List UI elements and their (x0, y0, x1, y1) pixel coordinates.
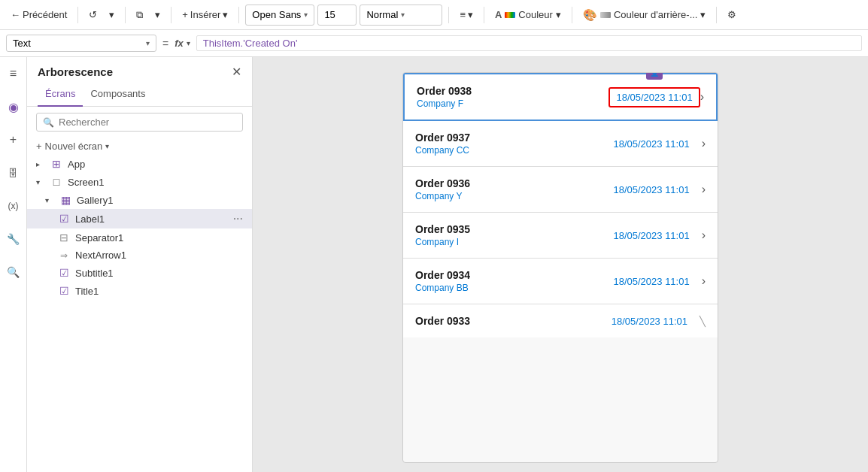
search-button[interactable]: 🔍 (3, 262, 24, 283)
undo-button[interactable]: ↺ (84, 6, 102, 23)
tab-composants[interactable]: Composants (83, 83, 153, 107)
tree-item-label: App (68, 159, 243, 170)
tree-item-title1[interactable]: ☑ Title1 (27, 282, 252, 300)
font-family-dropdown[interactable]: Open Sans ▾ (245, 5, 314, 26)
tree-item-label: Screen1 (68, 177, 243, 188)
lines-button[interactable]: ≡ ▾ (455, 6, 478, 23)
tree-item-label: Title1 (75, 286, 243, 297)
lines-icon: ≡ (460, 9, 466, 20)
text-style-chevron: ▾ (401, 11, 405, 19)
text-style-dropdown[interactable]: Normal ▾ (360, 5, 442, 26)
formula-fx-area[interactable]: fx ▾ (175, 38, 190, 49)
copy-button[interactable]: ⧉ (132, 6, 147, 24)
control-label: Text (13, 38, 31, 49)
color-swatch (505, 12, 515, 18)
gallery-item-5[interactable]: Order 0933 18/05/2023 11:01 ╲ (403, 304, 718, 337)
undo-dropdown[interactable]: ▾ (105, 6, 119, 23)
gallery-item-title-1: Order 0937 (415, 132, 613, 144)
insert-label: Insérer (190, 9, 220, 20)
bg-color-label: Couleur d'arrière-... (614, 9, 698, 20)
insert-button[interactable]: + Insérer ▾ (178, 6, 232, 23)
label-handle-icon: 👤 (646, 72, 663, 80)
formula-chevron: ▾ (187, 39, 190, 47)
tree-items: ▸ ⊞ App ▾ □ Screen1 ▾ ▦ Gallery1 ☑ Label… (27, 155, 252, 472)
tree-item-subtitle1[interactable]: ☑ Subtitle1 (27, 264, 252, 282)
collapse-icon: ▸ (36, 160, 45, 168)
gallery-item-date-1: 18/05/2023 11:01 (613, 138, 689, 150)
tools-button[interactable]: 🔧 (3, 228, 24, 250)
gallery-item-subtitle-0: Company F (417, 98, 609, 109)
collapse-icon3: ▾ (45, 196, 54, 204)
gallery-arrow-5: ╲ (700, 316, 706, 327)
data-button[interactable]: 🗄 (3, 162, 24, 183)
tree-item-label: Gallery1 (77, 195, 243, 206)
gallery-arrow-0: › (700, 90, 704, 104)
gallery-item-title-4: Order 0934 (415, 269, 613, 281)
control-chevron: ▾ (146, 39, 150, 47)
tree-item-screen1[interactable]: ▾ □ Screen1 (27, 173, 252, 191)
subtitle-icon: ☑ (57, 267, 71, 279)
more-options-button[interactable]: ··· (233, 212, 243, 225)
tree-item-separator1[interactable]: ⊟ Separator1 (27, 228, 252, 247)
label-handle-container: 👤 (646, 72, 663, 80)
gallery-icon: ▦ (59, 194, 72, 206)
back-label: Précédent (23, 9, 67, 20)
gallery-item-date-2: 18/05/2023 11:01 (613, 184, 689, 195)
search-icon: 🔍 (43, 117, 54, 128)
bg-color-icon: 🎨 (583, 8, 597, 22)
font-size-dropdown[interactable]: 15 (317, 5, 357, 26)
new-screen-button[interactable]: + Nouvel écran ▾ (27, 138, 252, 155)
hamburger-button[interactable]: ≡ (3, 63, 24, 84)
sep5 (448, 7, 449, 23)
equals-sign: = (162, 38, 168, 50)
color-label: Couleur (518, 9, 553, 20)
lines-chevron: ▾ (468, 9, 473, 20)
font-family-value: Open Sans (252, 9, 301, 20)
color-button[interactable]: A Couleur ▾ (490, 6, 566, 23)
plus-icon: + (182, 9, 188, 20)
gallery-item-subtitle-3: Company I (415, 237, 613, 247)
sep3 (171, 7, 171, 23)
selected-date-label[interactable]: 18/05/2023 11:01 (609, 87, 700, 107)
tree-item-label: Label1 (75, 213, 229, 225)
gallery-item-1[interactable]: Order 0937 Company CC 18/05/2023 11:01 › (403, 121, 718, 167)
selected-label-container: 👤 18/05/2023 11:01 (609, 87, 700, 107)
gallery-item-title-0: Order 0938 (417, 85, 609, 97)
variables-button[interactable]: (x) (3, 195, 24, 216)
sep8 (716, 7, 717, 23)
gallery-item-4[interactable]: Order 0934 Company BB 18/05/2023 11:01 › (403, 259, 718, 304)
gallery-item-subtitle-4: Company BB (415, 283, 613, 293)
tree-item-app[interactable]: ▸ ⊞ App (27, 155, 252, 173)
gallery-item-2[interactable]: Order 0936 Company Y 18/05/2023 11:01 › (403, 167, 718, 213)
back-button[interactable]: ← Précédent (6, 6, 71, 23)
tab-ecrans[interactable]: Écrans (38, 83, 83, 107)
formula-input[interactable]: ThisItem.'Created On' (196, 35, 862, 51)
gallery-item-title-5: Order 0933 (415, 315, 612, 327)
add-button[interactable]: + (3, 129, 24, 150)
tree-search-input[interactable] (59, 116, 236, 128)
canvas-area[interactable]: Order 0938 Company F 👤 18/05/2023 11:01 … (253, 57, 868, 472)
tree-item-nextarrow1[interactable]: ⇒ NextArrow1 (27, 247, 252, 264)
tree-item-label: NextArrow1 (75, 250, 243, 261)
nextarrow-icon: ⇒ (57, 250, 71, 261)
gear-button[interactable]: ⚙ (723, 6, 741, 23)
gallery-item-3[interactable]: Order 0935 Company I 18/05/2023 11:01 › (403, 213, 718, 259)
tree-item-label: Subtitle1 (75, 268, 243, 279)
tree-item-gallery1[interactable]: ▾ ▦ Gallery1 (27, 191, 252, 209)
tree-panel: Arborescence ✕ Écrans Composants 🔍 + Nou… (27, 57, 253, 472)
undo-icon: ↺ (89, 9, 97, 20)
screen-icon: □ (50, 176, 63, 188)
layers-button[interactable]: ◉ (3, 96, 24, 117)
sep1 (77, 7, 78, 23)
tree-item-label1[interactable]: ☑ Label1 ··· (27, 209, 252, 228)
control-selector[interactable]: Text ▾ (6, 35, 156, 52)
font-family-chevron: ▾ (304, 11, 308, 19)
text-style-value: Normal (366, 9, 398, 20)
copy-dropdown[interactable]: ▾ (150, 6, 165, 23)
tree-close-button[interactable]: ✕ (232, 65, 241, 79)
tree-item-label: Separator1 (75, 232, 243, 244)
gallery-item-0[interactable]: Order 0938 Company F 👤 18/05/2023 11:01 … (403, 73, 718, 121)
title-icon: ☑ (57, 285, 71, 297)
bg-color-button[interactable]: 🎨 Couleur d'arrière-... ▾ (578, 5, 711, 25)
gallery-item-content-2: Order 0936 Company Y (415, 177, 613, 201)
